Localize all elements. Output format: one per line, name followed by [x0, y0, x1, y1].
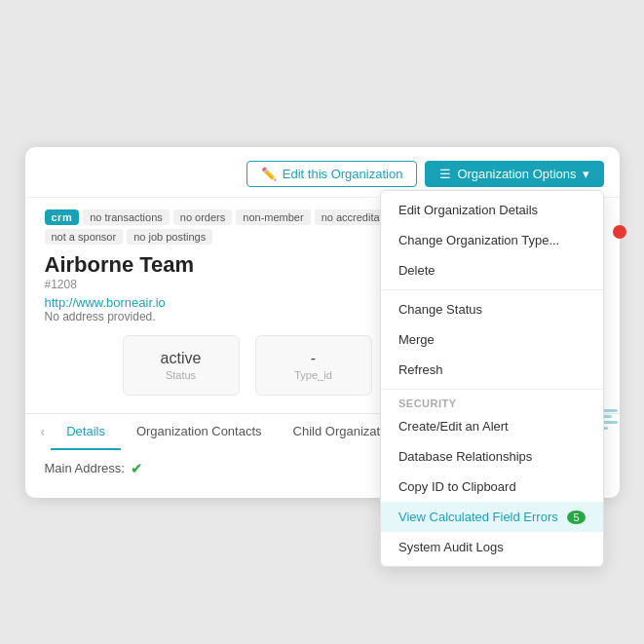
- menu-icon: ☰: [439, 167, 451, 181]
- type-id-box: - Type_id: [255, 335, 372, 396]
- dropdown-change-status[interactable]: Change Status: [381, 294, 603, 324]
- tag-no-transactions: no transactions: [83, 209, 170, 225]
- dropdown-create-alert[interactable]: Create/Edit an Alert: [381, 411, 603, 441]
- edit-organization-button[interactable]: ✏️ Edit this Organization: [246, 161, 418, 187]
- dropdown-delete[interactable]: Delete: [381, 255, 603, 285]
- status-box: active Status: [123, 335, 240, 396]
- chevron-down-icon: ▾: [583, 167, 589, 181]
- main-address-label: Main Address:: [45, 461, 125, 475]
- org-link[interactable]: http://www.borneair.io: [45, 295, 166, 310]
- tab-scroll-left[interactable]: ‹: [35, 416, 52, 447]
- dropdown-system-audit[interactable]: System Audit Logs: [381, 532, 603, 562]
- dropdown-refresh[interactable]: Refresh: [381, 355, 603, 385]
- dropdown-edit-details[interactable]: Edit Organization Details: [381, 195, 603, 225]
- red-dot-indicator: [613, 225, 626, 239]
- dropdown-view-field-errors[interactable]: View Calculated Field Errors 5: [381, 502, 603, 532]
- field-errors-badge: 5: [567, 511, 585, 524]
- main-card: ✏️ Edit this Organization ☰ Organization…: [25, 147, 620, 498]
- dropdown-security-label: Security: [381, 394, 603, 411]
- organization-options-button[interactable]: ☰ Organization Options ▾: [425, 161, 603, 187]
- dropdown-copy-id[interactable]: Copy ID to Clipboard: [381, 472, 603, 502]
- status-value: active: [159, 350, 204, 367]
- tab-organization-contacts[interactable]: Organization Contacts: [121, 414, 278, 450]
- status-label: Status: [159, 369, 204, 381]
- tag-no-orders: no orders: [173, 209, 232, 225]
- check-icon: ✔: [131, 460, 143, 477]
- dropdown-divider-1: [381, 289, 603, 290]
- tag-no-job-postings: no job postings: [127, 229, 212, 245]
- tag-not-a-sponsor: not a sponsor: [45, 229, 124, 245]
- edit-icon: ✏️: [261, 167, 277, 181]
- dropdown-divider-2: [381, 389, 603, 390]
- tag-non-member: non-member: [236, 209, 310, 225]
- card-header: ✏️ Edit this Organization ☰ Organization…: [25, 147, 620, 198]
- options-dropdown: Edit Organization Details Change Organiz…: [380, 190, 604, 567]
- type-id-label: Type_id: [291, 369, 336, 381]
- dropdown-change-type[interactable]: Change Organization Type...: [381, 225, 603, 255]
- tab-details[interactable]: Details: [51, 414, 121, 450]
- type-id-value: -: [291, 350, 336, 367]
- dropdown-merge[interactable]: Merge: [381, 324, 603, 355]
- dropdown-database-relationships[interactable]: Database Relationships: [381, 441, 603, 472]
- crm-badge: crm: [45, 209, 80, 225]
